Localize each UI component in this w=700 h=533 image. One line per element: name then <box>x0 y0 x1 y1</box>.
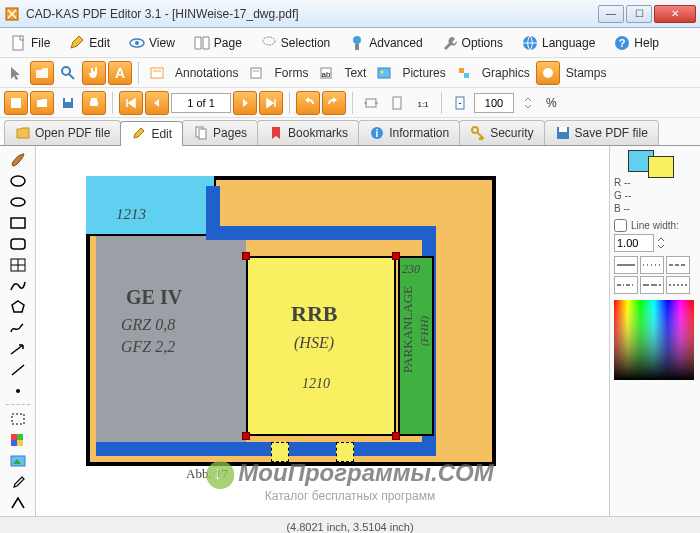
label-fhh: (FHH) <box>418 316 430 346</box>
maximize-button[interactable]: ☐ <box>626 5 652 23</box>
linewidth-input[interactable] <box>614 234 654 252</box>
page-input[interactable] <box>171 93 231 113</box>
menu-language[interactable]: Language <box>515 32 601 54</box>
first-page-button[interactable] <box>119 91 143 115</box>
hand-button[interactable] <box>82 61 106 85</box>
wrench-icon <box>441 34 459 52</box>
dash-dash[interactable] <box>666 256 690 274</box>
cursor-button[interactable] <box>4 61 28 85</box>
image-tool[interactable] <box>4 451 32 470</box>
line-tool[interactable] <box>4 360 32 379</box>
info-icon: i <box>369 125 385 141</box>
zoom-input[interactable] <box>474 93 514 113</box>
next-page-button[interactable] <box>233 91 257 115</box>
menu-file[interactable]: File <box>4 32 56 54</box>
svg-rect-52 <box>17 434 23 440</box>
tab-save[interactable]: Save PDF file <box>544 120 659 145</box>
label-park: PARKANLAGE <box>400 286 416 373</box>
stamps-icon[interactable] <box>536 61 560 85</box>
fit-width-button[interactable] <box>359 91 383 115</box>
oval-tool[interactable] <box>4 192 32 211</box>
new-button[interactable] <box>4 91 28 115</box>
menu-help[interactable]: ?Help <box>607 32 665 54</box>
svg-rect-28 <box>91 98 97 101</box>
freehand-tool[interactable] <box>4 318 32 337</box>
text-icon[interactable]: ab <box>314 61 338 85</box>
text-tool-button[interactable]: A <box>108 61 132 85</box>
status-text: (4.8021 inch, 3.5104 inch) <box>286 521 413 533</box>
fit-page-button[interactable] <box>385 91 409 115</box>
tab-info[interactable]: iInformation <box>358 120 460 145</box>
linewidth-checkbox[interactable] <box>614 219 627 232</box>
tab-bookmarks[interactable]: Bookmarks <box>257 120 359 145</box>
svg-point-41 <box>11 176 25 186</box>
separator <box>138 62 139 84</box>
prev-page-button[interactable] <box>145 91 169 115</box>
svg-text:-: - <box>459 98 462 108</box>
menu-selection[interactable]: Selection <box>254 32 336 54</box>
menu-advanced[interactable]: Advanced <box>342 32 428 54</box>
redo-button[interactable] <box>322 91 346 115</box>
tab-edit[interactable]: Edit <box>120 121 183 146</box>
grid-tool[interactable] <box>4 255 32 274</box>
dash-double[interactable] <box>666 276 690 294</box>
zoom-out-button[interactable]: - <box>448 91 472 115</box>
dash-long[interactable] <box>640 276 664 294</box>
color-picker[interactable] <box>614 300 694 380</box>
graphics-icon[interactable] <box>452 61 476 85</box>
ellipse-tool[interactable] <box>4 171 32 190</box>
stamps-label[interactable]: Stamps <box>566 66 607 80</box>
marquee-tool[interactable] <box>4 409 32 428</box>
brush-tool[interactable] <box>4 150 32 169</box>
label-1210: 1210 <box>302 376 330 392</box>
label-grz: GRZ 0,8 <box>121 316 175 334</box>
spinner-icon[interactable] <box>656 235 666 251</box>
text-label[interactable]: Text <box>344 66 366 80</box>
curve-tool[interactable] <box>4 276 32 295</box>
print-button[interactable] <box>82 91 106 115</box>
arrow-tool[interactable] <box>4 339 32 358</box>
point-tool[interactable] <box>4 381 32 400</box>
polygon-tool[interactable] <box>4 297 32 316</box>
title-bar: CAD-KAS PDF Editor 3.1 - [HINWeise-17_dw… <box>0 0 700 28</box>
open-button[interactable] <box>30 61 54 85</box>
eyedropper-tool[interactable] <box>4 472 32 491</box>
last-page-button[interactable] <box>259 91 283 115</box>
pictures-icon[interactable] <box>372 61 396 85</box>
forms-label[interactable]: Forms <box>274 66 308 80</box>
roundrect-tool[interactable] <box>4 234 32 253</box>
menu-edit[interactable]: Edit <box>62 32 116 54</box>
measure-tool[interactable] <box>4 493 32 512</box>
rect-tool[interactable] <box>4 213 32 232</box>
open2-button[interactable] <box>30 91 54 115</box>
menu-options[interactable]: Options <box>435 32 509 54</box>
key-icon <box>470 125 486 141</box>
dash-dashdot[interactable] <box>614 276 638 294</box>
disk-icon <box>555 125 571 141</box>
actual-size-button[interactable]: 1:1 <box>411 91 435 115</box>
canvas[interactable]: 1213 GE IV GRZ 0,8 GFZ 2,2 RRB (HSE) 121… <box>36 146 610 516</box>
zoom-spinner[interactable] <box>516 91 540 115</box>
tab-pages[interactable]: Pages <box>182 120 258 145</box>
svg-text:A: A <box>115 65 125 81</box>
dash-dot[interactable] <box>640 256 664 274</box>
zoom-button[interactable] <box>56 61 80 85</box>
graphics-label[interactable]: Graphics <box>482 66 530 80</box>
tab-security[interactable]: Security <box>459 120 544 145</box>
annotations-label[interactable]: Annotations <box>175 66 238 80</box>
pictures-label[interactable]: Pictures <box>402 66 445 80</box>
annotations-icon[interactable] <box>145 61 169 85</box>
label-gfz: GFZ 2,2 <box>121 338 175 356</box>
undo-button[interactable] <box>296 91 320 115</box>
close-button[interactable]: ✕ <box>654 5 696 23</box>
forms-icon[interactable] <box>244 61 268 85</box>
menu-view[interactable]: View <box>122 32 181 54</box>
dash-solid[interactable] <box>614 256 638 274</box>
color-tool[interactable] <box>4 430 32 449</box>
minimize-button[interactable]: — <box>598 5 624 23</box>
menu-page[interactable]: Page <box>187 32 248 54</box>
swatch-bg[interactable] <box>648 156 674 178</box>
save-button[interactable] <box>56 91 80 115</box>
cad-drawing: 1213 GE IV GRZ 0,8 GFZ 2,2 RRB (HSE) 121… <box>86 166 506 486</box>
tab-open[interactable]: Open PDF file <box>4 120 121 145</box>
